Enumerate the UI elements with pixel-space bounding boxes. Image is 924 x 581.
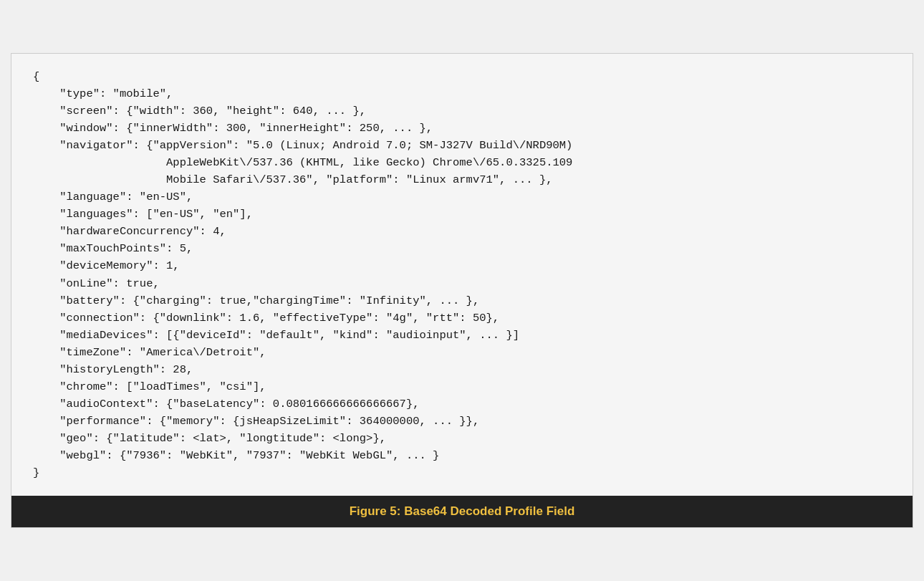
json-code: { "type": "mobile", "screen": {"width": … [33, 68, 891, 481]
figure-container: { "type": "mobile", "screen": {"width": … [11, 53, 913, 527]
figure-caption: Figure 5: Base64 Decoded Profile Field [11, 496, 913, 527]
caption-text: Figure 5: Base64 Decoded Profile Field [350, 504, 575, 518]
code-block: { "type": "mobile", "screen": {"width": … [11, 54, 913, 495]
